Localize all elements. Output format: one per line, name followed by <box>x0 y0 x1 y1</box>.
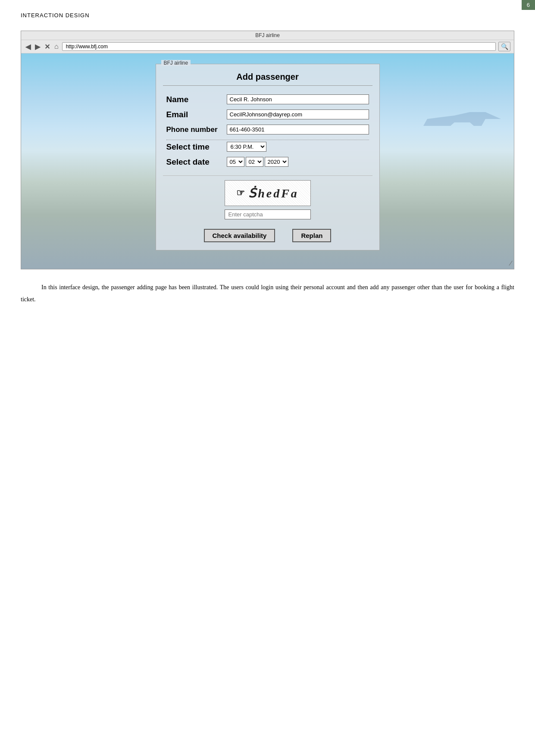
form-panel-label: BFJ airline <box>161 60 191 66</box>
address-input[interactable] <box>62 42 496 51</box>
time-select[interactable]: 6:30 P.M. 7:00 A.M. 8:00 A.M. 9:00 A.M. … <box>227 142 266 152</box>
page-header: INTERACTION DESIGN <box>0 0 535 19</box>
day-select[interactable]: 05 010203 040607 <box>227 157 244 167</box>
select-time-row: Select time 6:30 P.M. 7:00 A.M. 8:00 A.M… <box>166 142 369 152</box>
browser-window: BFJ airline ◀ ▶ ✕ ⌂ 🔍 BFJ airline Add pa… <box>21 31 514 269</box>
captcha-image: ṠhedFa <box>225 180 311 206</box>
select-date-row: Select date 05 010203 040607 02 010304 0… <box>166 157 369 167</box>
captcha-section: ṠhedFa <box>163 175 372 223</box>
email-row: Email <box>166 109 369 119</box>
forward-button[interactable]: ▶ <box>34 43 41 51</box>
captcha-input[interactable] <box>225 209 311 219</box>
home-button[interactable]: ⌂ <box>53 43 59 50</box>
check-availability-button[interactable]: Check availability <box>204 229 275 242</box>
browser-nav-bar: ◀ ▶ ✕ ⌂ 🔍 <box>21 40 514 53</box>
search-icon: 🔍 <box>501 43 508 50</box>
browser-title: BFJ airline <box>21 31 514 40</box>
action-buttons: Check availability Replan <box>156 223 379 250</box>
form-title: Add passenger <box>156 64 379 85</box>
phone-input[interactable] <box>227 125 369 134</box>
replan-button[interactable]: Replan <box>292 229 331 242</box>
form-fields: Name Email Phone number Select tim <box>156 91 379 175</box>
email-input[interactable] <box>227 109 369 119</box>
date-label: Select date <box>166 157 227 167</box>
time-label: Select time <box>166 142 227 152</box>
date-select-wrapper: 05 010203 040607 02 010304 0506 2020 202… <box>227 157 288 167</box>
body-text-section: In this interface design, the passenger … <box>0 269 535 306</box>
body-paragraph: In this interface design, the passenger … <box>21 281 514 306</box>
email-label: Email <box>166 110 227 119</box>
name-label: Name <box>166 95 227 104</box>
month-select[interactable]: 02 010304 0506 <box>246 157 263 167</box>
scroll-indicator: ∕ <box>510 259 511 267</box>
phone-row: Phone number <box>166 125 369 134</box>
phone-label: Phone number <box>166 125 227 134</box>
document-title: INTERACTION DESIGN <box>21 12 90 19</box>
name-input[interactable] <box>227 94 369 104</box>
close-button[interactable]: ✕ <box>44 43 51 51</box>
captcha-noise <box>225 181 310 206</box>
add-passenger-form: BFJ airline Add passenger Name Email Pho… <box>156 64 380 250</box>
browser-chrome: BFJ airline ◀ ▶ ✕ ⌂ 🔍 <box>21 31 514 53</box>
search-button[interactable]: 🔍 <box>498 42 510 51</box>
name-row: Name <box>166 94 369 104</box>
time-select-wrapper: 6:30 P.M. 7:00 A.M. 8:00 A.M. 9:00 A.M. … <box>227 142 266 152</box>
form-divider <box>163 85 372 86</box>
browser-content: BFJ airline Add passenger Name Email Pho… <box>21 53 514 269</box>
year-select[interactable]: 2020 202120222019 <box>265 157 288 167</box>
dotted-divider <box>166 140 369 140</box>
back-button[interactable]: ◀ <box>25 43 31 51</box>
